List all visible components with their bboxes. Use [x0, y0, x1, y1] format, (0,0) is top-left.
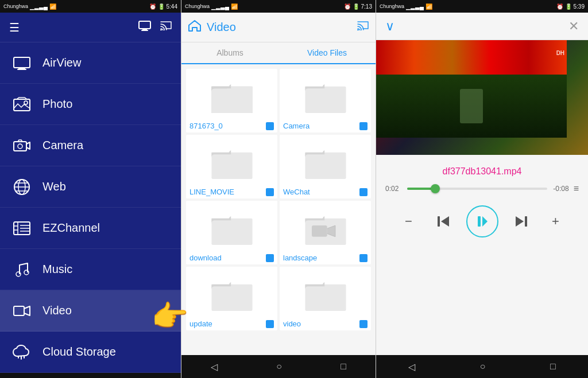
home-icon[interactable] — [188, 20, 201, 35]
folder-item-video[interactable]: video — [280, 267, 371, 330]
folder-name-update: update — [189, 319, 264, 328]
signal-bars-p: ▁▂▃▄ — [406, 3, 424, 10]
folder-name-video-folder: video — [283, 319, 357, 328]
sidebar-item-cloudstorage[interactable]: Cloud Storage — [0, 332, 181, 373]
video-panel: Chunghwa ▁▂▃▄ 📶 ⏰ 🔋 7:13 Video — [181, 0, 376, 378]
status-right: ⏰ 🔋 5:44 — [149, 3, 177, 10]
status-left: Chunghwa ▁▂▃▄ 📶 — [3, 3, 56, 10]
folder-label-row-wechat: WeChat — [283, 188, 368, 196]
recent-button-p[interactable]: □ — [550, 361, 556, 372]
tab-videofiles[interactable]: Video Files — [278, 42, 376, 64]
next-track-button[interactable] — [510, 210, 533, 233]
sidebar-item-camera[interactable]: Camera — [0, 125, 181, 166]
sidebar-item-web[interactable]: Web — [0, 166, 181, 208]
person-silhouette — [460, 89, 483, 123]
battery-icon: 🔋 — [158, 3, 165, 10]
back-button-p[interactable]: ◁ — [408, 361, 415, 372]
remaining-time: -0:08 — [552, 185, 569, 193]
signal-bars: ▁▂▃▄ — [30, 3, 48, 10]
folder-label-row-download: download — [189, 254, 274, 262]
folder-badge-download — [266, 254, 274, 262]
monitor-icon[interactable] — [138, 21, 151, 34]
folder-name-linemovie: LINE_MOVIE — [189, 188, 264, 196]
folder-icon-wechat — [283, 139, 368, 185]
tab-albums[interactable]: Albums — [181, 42, 278, 64]
folder-icon-871673 — [189, 73, 274, 119]
svg-rect-27 — [211, 87, 252, 113]
web-icon — [11, 177, 32, 197]
led-display-bar — [376, 40, 567, 75]
cast-icon[interactable] — [160, 21, 172, 33]
video-page-title: Video — [207, 21, 351, 34]
home-button-p[interactable]: ○ — [480, 361, 486, 372]
svg-rect-25 — [14, 306, 24, 315]
folder-item-linemovie[interactable]: LINE_MOVIE — [186, 135, 277, 198]
svg-rect-7 — [14, 99, 30, 111]
prev-track-button[interactable] — [432, 210, 455, 233]
folder-item-download[interactable]: download — [186, 201, 277, 264]
player-video-area[interactable]: DH — [376, 40, 588, 155]
folder-item-wechat[interactable]: WeChat — [280, 135, 371, 198]
folder-item-871673[interactable]: 871673_0 — [186, 69, 277, 133]
camera-icon — [11, 135, 32, 156]
svg-rect-28 — [305, 87, 346, 113]
svg-rect-6 — [17, 69, 26, 70]
nav-items-list: AirView Photo — [0, 42, 181, 373]
volume-up-button[interactable]: + — [544, 210, 567, 233]
play-pause-button[interactable] — [466, 205, 498, 237]
ezchannel-label: EZChannel — [42, 221, 100, 235]
carrier-text: Chunghwa — [3, 3, 28, 9]
progress-bar[interactable] — [407, 188, 547, 190]
folder-name-wechat: WeChat — [283, 188, 357, 196]
carrier-text-p: Chunghwa — [380, 3, 404, 9]
header-icons — [138, 21, 172, 34]
svg-rect-38 — [478, 216, 481, 227]
ezchannel-icon — [11, 218, 32, 239]
progress-thumb[interactable] — [431, 184, 440, 193]
svg-rect-9 — [14, 142, 26, 151]
battery-icon-v: 🔋 — [353, 3, 359, 10]
folder-badge-video-folder — [359, 320, 368, 328]
video-cast-icon[interactable] — [357, 21, 369, 33]
svg-rect-41 — [525, 216, 527, 227]
folder-badge-871673 — [266, 122, 274, 130]
video-grid: 871673_0 Camera — [181, 64, 376, 355]
sidebar-item-music[interactable]: Music — [0, 249, 181, 290]
menu-icon[interactable]: ☰ — [9, 21, 20, 34]
nav-bottom-bar: ◁ ○ □ — [0, 373, 181, 378]
svg-rect-30 — [305, 153, 346, 179]
sidebar-item-photo[interactable]: Photo — [0, 84, 181, 125]
folder-icon-camera — [283, 73, 368, 119]
back-button-v[interactable]: ◁ — [211, 361, 218, 372]
svg-point-10 — [18, 144, 22, 149]
sidebar-item-airview[interactable]: AirView — [0, 42, 181, 84]
folder-label-row-update: update — [189, 319, 274, 328]
video-bottom-bar: ◁ ○ □ — [181, 355, 376, 378]
home-button-v[interactable]: ○ — [276, 361, 282, 372]
watermark-text: DH — [556, 50, 564, 56]
svg-rect-37 — [438, 216, 440, 227]
sidebar-item-video[interactable]: Video 👈 — [0, 290, 181, 332]
playlist-icon[interactable]: ≡ — [574, 184, 579, 194]
folder-icon-update — [189, 271, 274, 317]
svg-rect-2 — [141, 30, 148, 31]
folder-item-camera[interactable]: Camera — [280, 69, 371, 133]
folder-item-update[interactable]: update — [186, 267, 277, 330]
video-icon — [11, 301, 32, 321]
folder-badge-landscape — [359, 254, 368, 262]
progress-row: 0:02 -0:08 ≡ — [385, 184, 579, 194]
signal-bars-v: ▁▂▃▄ — [211, 3, 229, 10]
video-label: Video — [42, 304, 72, 317]
folder-item-landscape[interactable]: landscape — [280, 201, 371, 264]
recent-button-v[interactable]: □ — [341, 361, 346, 372]
sidebar-item-ezchannel[interactable]: EZChannel — [0, 208, 181, 249]
folder-name-download: download — [189, 254, 264, 262]
video-content-area — [376, 75, 567, 138]
volume-down-button[interactable]: − — [397, 210, 420, 233]
player-chevron-down[interactable]: ∨ — [385, 19, 394, 34]
photo-label: Photo — [42, 98, 72, 111]
player-close-button[interactable]: ✕ — [568, 19, 579, 34]
svg-rect-4 — [14, 57, 30, 68]
folder-icon-video — [283, 271, 368, 317]
svg-marker-36 — [441, 216, 449, 227]
